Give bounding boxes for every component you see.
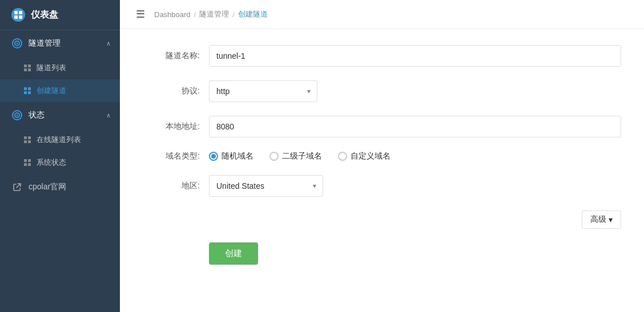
breadcrumb-dashboard[interactable]: Dashboard (154, 10, 191, 19)
radio-custom-circle (338, 152, 347, 161)
radio-custom-domain[interactable]: 自定义域名 (338, 151, 391, 161)
sidebar-section-tunnel-mgmt-header[interactable]: 隧道管理 ∧ (0, 30, 120, 56)
region-row: 地区: United States China Japan Singapore … (143, 175, 621, 197)
svg-rect-18 (24, 136, 27, 139)
svg-rect-24 (24, 163, 27, 166)
sidebar-item-create-tunnel[interactable]: 创建隧道 (0, 79, 120, 102)
tunnel-list-icon (23, 63, 32, 72)
online-tunnel-icon (23, 135, 32, 144)
svg-rect-7 (24, 64, 27, 67)
create-tunnel-icon (23, 86, 32, 95)
domain-type-row: 域名类型: 随机域名 二级子域名 自定义域名 (143, 151, 621, 161)
tunnel-mgmt-label: 隧道管理 (29, 38, 61, 48)
local-address-input[interactable] (209, 116, 621, 137)
tunnel-mgmt-icon (11, 38, 23, 49)
menu-icon[interactable]: ☰ (136, 8, 145, 21)
radio-subdomain-circle (269, 152, 279, 161)
svg-rect-9 (24, 68, 27, 71)
protocol-label: 协议: (143, 86, 200, 96)
tunnel-list-label: 隧道列表 (37, 63, 66, 73)
status-chevron: ∧ (106, 112, 111, 119)
sidebar-item-online-tunnel-list[interactable]: 在线隧道列表 (0, 128, 120, 151)
sidebar-section-status-header[interactable]: 状态 ∧ (0, 102, 120, 128)
svg-rect-25 (28, 163, 31, 166)
protocol-select-wrapper: http https tcp udp ▾ (209, 80, 317, 102)
advanced-btn-label: 高级 (590, 214, 606, 225)
svg-rect-10 (28, 68, 31, 71)
cpolar-official-label: cpolar官网 (29, 182, 66, 192)
breadcrumb: Dashboard / 隧道管理 / 创建隧道 (154, 9, 268, 19)
protocol-row: 协议: http https tcp udp ▾ (143, 80, 621, 102)
radio-random-domain[interactable]: 随机域名 (209, 151, 253, 161)
svg-rect-13 (24, 91, 27, 94)
sidebar-section-tunnel-mgmt: 隧道管理 ∧ 隧道列表 (0, 30, 120, 102)
breadcrumb-sep-1: / (194, 10, 196, 19)
dashboard-icon (11, 8, 25, 22)
svg-rect-23 (28, 159, 31, 162)
sidebar: 仪表盘 隧道管理 ∧ 隧道列表 (0, 0, 120, 312)
tunnel-name-input[interactable] (209, 45, 621, 67)
sidebar-logo-text: 仪表盘 (31, 9, 58, 21)
svg-rect-19 (28, 136, 31, 139)
tunnel-name-row: 隧道名称: (143, 45, 621, 67)
sidebar-item-tunnel-list[interactable]: 隧道列表 (0, 56, 120, 79)
radio-random-circle (209, 152, 218, 161)
svg-rect-11 (24, 87, 27, 90)
region-label: 地区: (143, 181, 200, 191)
svg-point-17 (17, 115, 18, 116)
radio-custom-label: 自定义域名 (351, 151, 391, 161)
advanced-button[interactable]: 高级 ▾ (582, 210, 621, 229)
svg-rect-0 (14, 11, 18, 14)
radio-subdomain-label: 二级子域名 (282, 151, 322, 161)
status-label: 状态 (29, 110, 45, 120)
svg-rect-20 (24, 140, 27, 143)
svg-rect-12 (28, 87, 31, 90)
external-link-icon (11, 181, 23, 193)
tunnel-name-label: 隧道名称: (143, 51, 200, 61)
sidebar-logo[interactable]: 仪表盘 (0, 0, 120, 30)
domain-type-radio-group: 随机域名 二级子域名 自定义域名 (209, 151, 391, 161)
submit-btn-label: 创建 (225, 248, 242, 258)
svg-rect-3 (19, 15, 22, 19)
local-address-label: 本地地址: (143, 121, 200, 132)
sidebar-item-system-status[interactable]: 系统状态 (0, 151, 120, 174)
svg-rect-2 (14, 15, 18, 19)
breadcrumb-create-tunnel[interactable]: 创建隧道 (238, 9, 268, 19)
svg-rect-22 (24, 159, 27, 162)
radio-subdomain[interactable]: 二级子域名 (269, 151, 322, 161)
form-area: 隧道名称: 协议: http https tcp udp ▾ 本地地址: 域名类 (120, 29, 644, 312)
system-status-label: 系统状态 (37, 157, 66, 168)
region-select[interactable]: United States China Japan Singapore (209, 175, 323, 197)
submit-button[interactable]: 创建 (209, 242, 258, 265)
region-select-wrapper: United States China Japan Singapore ▾ (209, 175, 323, 197)
advanced-row: 高级 ▾ (143, 210, 621, 229)
breadcrumb-tunnel-mgmt[interactable]: 隧道管理 (199, 9, 229, 19)
topbar: ☰ Dashboard / 隧道管理 / 创建隧道 (120, 0, 644, 29)
radio-random-label: 随机域名 (222, 151, 253, 161)
protocol-select[interactable]: http https tcp udp (209, 80, 317, 102)
svg-point-6 (17, 43, 18, 44)
submit-row: 创建 (143, 240, 621, 265)
advanced-btn-arrow: ▾ (609, 215, 613, 224)
local-address-row: 本地地址: (143, 116, 621, 137)
svg-rect-1 (19, 11, 22, 14)
sidebar-item-cpolar-official[interactable]: cpolar官网 (0, 174, 120, 200)
svg-rect-14 (28, 91, 31, 94)
sidebar-section-status: 状态 ∧ 在线隧道列表 (0, 102, 120, 174)
svg-rect-21 (28, 140, 31, 143)
main-content: ☰ Dashboard / 隧道管理 / 创建隧道 隧道名称: 协议: http… (120, 0, 644, 312)
system-status-icon (23, 158, 32, 167)
breadcrumb-sep-2: / (232, 10, 235, 19)
status-icon (11, 110, 23, 121)
svg-line-26 (17, 184, 21, 188)
create-tunnel-label: 创建隧道 (37, 86, 66, 96)
online-tunnel-list-label: 在线隧道列表 (37, 135, 81, 145)
domain-type-label: 域名类型: (143, 151, 200, 161)
tunnel-mgmt-chevron: ∧ (106, 40, 111, 47)
svg-rect-8 (28, 64, 31, 67)
